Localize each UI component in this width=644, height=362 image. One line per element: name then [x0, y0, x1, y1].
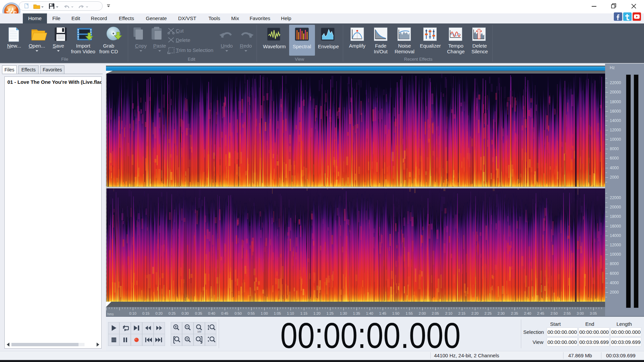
svg-text:100: 100 [197, 330, 201, 333]
